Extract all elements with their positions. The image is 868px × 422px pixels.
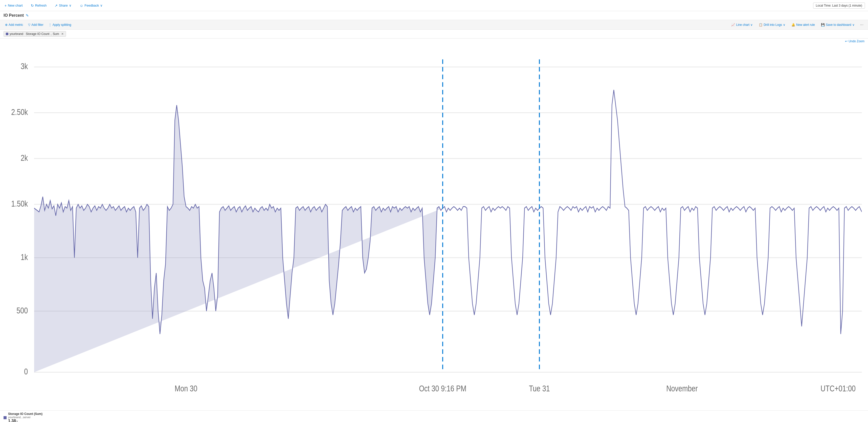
chart-area: 3k 2.50k 2k 1.50k 1k 500 0 Mon 30 Oct 30… [0, 44, 868, 410]
metric-tag-row: yourbrand Storage IO Count , Sum ✕ [0, 30, 868, 38]
right-actions: 📈 Line chart ∨ 📋 Drill into Logs ∨ 🔔 New… [729, 22, 865, 28]
svg-text:3k: 3k [21, 62, 28, 71]
new-alert-rule-button[interactable]: 🔔 New alert rule [789, 22, 817, 27]
svg-text:2k: 2k [21, 153, 28, 163]
time-range-button[interactable]: Local Time: Last 3 days (1 minute) [813, 3, 865, 9]
new-chart-icon: + [5, 4, 7, 8]
share-button[interactable]: ↗ Share ∨ [53, 3, 73, 9]
drill-logs-icon: 📋 [759, 23, 763, 27]
metric-resource: yourbrand [10, 32, 23, 36]
share-chevron-icon: ∨ [69, 4, 71, 7]
svg-text:November: November [666, 384, 698, 393]
feedback-icon: ☺ [80, 4, 83, 8]
svg-text:2.50k: 2.50k [11, 108, 28, 117]
apply-splitting-button[interactable]: ⋮ Apply splitting [46, 22, 73, 27]
svg-text:1.50k: 1.50k [11, 199, 28, 208]
edit-title-icon[interactable]: ✎ [26, 13, 29, 18]
save-to-dashboard-button[interactable]: 💾 Save to dashboard ∨ [819, 22, 857, 27]
page-title: IO Percent [4, 13, 24, 18]
undo-zoom-button[interactable]: ↩ Undo Zoom [845, 39, 864, 43]
legend-value: 1.38 [8, 419, 16, 422]
add-filter-button[interactable]: ▽ Add filter [26, 22, 45, 27]
refresh-icon: ↻ [31, 4, 34, 8]
metric-tag: yourbrand Storage IO Count , Sum ✕ [4, 31, 66, 37]
metric-separator: , [51, 32, 51, 36]
drill-into-logs-button[interactable]: 📋 Drill into Logs ∨ [757, 22, 787, 27]
feedback-chevron-icon: ∨ [100, 4, 103, 7]
svg-text:UTC+01:00: UTC+01:00 [820, 384, 856, 393]
legend-color-indicator [4, 416, 7, 419]
chart-fill [34, 105, 443, 372]
svg-rect-14 [34, 59, 862, 376]
drill-logs-chevron-icon: ∨ [783, 23, 785, 27]
add-metric-icon: ⊕ [5, 23, 8, 27]
line-chart-chevron-icon: ∨ [750, 23, 753, 27]
legend-value-unit: k [17, 420, 18, 422]
split-icon: ⋮ [49, 23, 52, 27]
metric-toolbar: ⊕ Add metric ▽ Add filter ⋮ Apply splitt… [0, 20, 868, 30]
new-chart-button[interactable]: + New chart [3, 3, 24, 9]
legend-resource-name: yourbrand...server [8, 416, 42, 419]
legend-metric-name: Storage IO Count (Sum) [8, 412, 42, 416]
svg-text:0: 0 [24, 367, 28, 376]
alert-rule-icon: 🔔 [792, 23, 795, 27]
chart-svg: 3k 2.50k 2k 1.50k 1k 500 0 Mon 30 Oct 30… [0, 44, 868, 410]
svg-text:Oct 30 9:16 PM: Oct 30 9:16 PM [419, 384, 466, 393]
add-metric-button[interactable]: ⊕ Add metric [3, 22, 25, 27]
svg-text:Tue 31: Tue 31 [529, 384, 550, 393]
svg-text:500: 500 [17, 306, 28, 315]
filter-icon: ▽ [28, 23, 30, 27]
save-dashboard-icon: 💾 [821, 23, 825, 27]
refresh-button[interactable]: ↻ Refresh [29, 3, 48, 9]
metric-metric: Storage IO Count [26, 32, 49, 36]
feedback-button[interactable]: ☺ Feedback ∨ [78, 3, 104, 9]
metric-color-indicator [6, 33, 8, 35]
line-chart-icon: 📈 [731, 23, 735, 27]
save-dashboard-chevron-icon: ∨ [852, 23, 855, 27]
svg-text:Mon 30: Mon 30 [175, 384, 197, 393]
top-toolbar: + New chart ↻ Refresh ↗ Share ∨ ☺ Feedba… [0, 0, 868, 11]
metric-tag-close-button[interactable]: ✕ [61, 32, 64, 36]
legend-area: Storage IO Count (Sum) yourbrand...serve… [0, 410, 868, 422]
line-chart-button[interactable]: 📈 Line chart ∨ [729, 22, 755, 27]
metric-aggregation: Sum [53, 32, 59, 36]
page-title-bar: IO Percent ✎ [0, 11, 868, 20]
share-icon: ↗ [55, 4, 58, 8]
chart-line [34, 90, 862, 334]
legend-item: Storage IO Count (Sum) yourbrand...serve… [4, 412, 864, 422]
undo-zoom-area: ↩ Undo Zoom [0, 38, 868, 44]
svg-text:1k: 1k [21, 253, 28, 262]
more-options-button[interactable]: ··· [859, 22, 865, 28]
undo-zoom-icon: ↩ [845, 39, 847, 43]
